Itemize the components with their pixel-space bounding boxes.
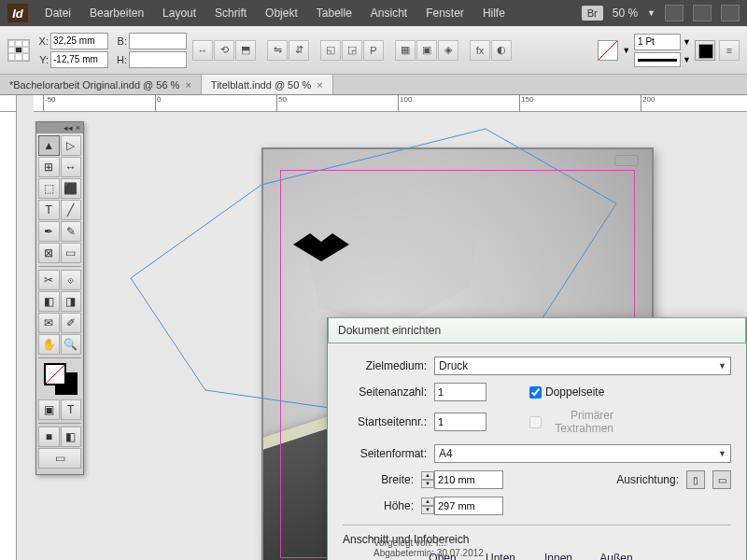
fit-content-icon[interactable]: ▣ [416, 40, 437, 61]
control-menu-icon[interactable]: ≡ [719, 40, 740, 61]
w-input[interactable] [129, 33, 187, 49]
fill-stroke-swatch[interactable] [38, 361, 81, 399]
selection-tool[interactable]: ▲ [38, 135, 60, 156]
primary-text-frame-checkbox[interactable]: Primärer Textrahmen [529, 409, 613, 435]
menu-datei[interactable]: Datei [37, 7, 78, 20]
close-icon[interactable]: × [185, 79, 190, 91]
tab-label: *Bachelorarbeit Original.indd @ 56 % [9, 79, 179, 91]
menu-bearbeiten[interactable]: Bearbeiten [82, 7, 151, 20]
y-input[interactable] [50, 51, 108, 68]
formatting-text-icon[interactable]: T [61, 399, 82, 420]
flip-icons: ⇋ ⇵ [267, 40, 309, 61]
apply-color-icon[interactable]: ■ [38, 427, 60, 447]
screen-mode-tool[interactable]: ▭ [38, 448, 81, 469]
select-content-icon[interactable]: ◲ [342, 40, 362, 61]
chevron-down-icon: ▼ [718, 361, 726, 371]
height-spinner[interactable]: ▲▼ [421, 497, 434, 514]
start-page-input[interactable] [434, 413, 486, 431]
shear-icon[interactable]: ⬒ [235, 40, 256, 61]
content-collector-tool[interactable]: ⬚ [38, 178, 60, 199]
fit-frame-icon[interactable]: ▦ [395, 40, 416, 61]
orientation-landscape[interactable]: ▭ [712, 470, 731, 489]
pen-tool[interactable]: ✒ [38, 221, 60, 242]
select-container-icon[interactable]: ◱ [320, 40, 341, 61]
fill-dropdown-icon[interactable]: ▼ [622, 46, 630, 55]
width-input[interactable] [434, 470, 503, 489]
close-icon[interactable]: × [317, 79, 322, 91]
pages-input[interactable] [434, 383, 486, 401]
pages-label: Seitenanzahl: [343, 385, 427, 399]
control-bar: X: Y: B: H: ↔ ⟲ ⬒ ⇋ ⇵ ◱ ◲ P ▦ ▣ ◈ fx ◐ ▼… [0, 26, 747, 75]
view-options-icon[interactable] [665, 5, 684, 21]
app-logo: Id [7, 4, 28, 22]
tools-panel-header[interactable]: ◂◂ × [36, 122, 83, 133]
formatting-container-icon[interactable]: ▣ [38, 399, 60, 420]
x-input[interactable] [50, 33, 108, 49]
menu-tabelle[interactable]: Tabelle [309, 7, 359, 20]
zoom-level[interactable]: 50 % [613, 7, 638, 20]
height-input[interactable] [434, 497, 503, 515]
intent-label: Zielmedium: [343, 359, 427, 372]
p-icon[interactable]: P [363, 40, 384, 61]
tab-bachelorarbeit[interactable]: *Bachelorarbeit Original.indd @ 56 % × [0, 75, 202, 94]
dialog-title[interactable]: Dokument einrichten [328, 317, 746, 343]
arrange-docs-icon[interactable] [721, 5, 740, 21]
flip-h-icon[interactable]: ⇋ [267, 40, 288, 61]
reference-point[interactable] [7, 39, 30, 62]
content-placer-tool[interactable]: ⬛ [61, 178, 82, 199]
tab-titelblatt[interactable]: Titelblatt.indd @ 50 % × [202, 75, 333, 94]
ruler-tick: 0 [155, 95, 161, 112]
menu-layout[interactable]: Layout [155, 7, 204, 20]
menu-schrift[interactable]: Schrift [207, 7, 254, 20]
ruler-tick: 50 [276, 95, 287, 112]
stroke-weight-input[interactable] [634, 34, 681, 50]
h-label: H: [114, 54, 127, 65]
stroke-style[interactable] [634, 52, 681, 67]
hand-tool[interactable]: ✋ [38, 334, 60, 355]
center-content-icon[interactable]: ◈ [438, 40, 458, 61]
eyedropper-tool[interactable]: ✐ [61, 313, 82, 333]
menu-objekt[interactable]: Objekt [258, 7, 305, 20]
h-input[interactable] [129, 51, 187, 68]
page-format-select[interactable]: A4▼ [434, 444, 731, 463]
zoom-tool[interactable]: 🔍 [61, 334, 82, 355]
flip-v-icon[interactable]: ⇵ [289, 40, 309, 61]
bridge-button[interactable]: Br [582, 6, 603, 21]
intent-select[interactable]: Druck▼ [434, 357, 731, 375]
menu-ansicht[interactable]: Ansicht [363, 7, 415, 20]
opacity-icon[interactable]: ◐ [491, 40, 512, 61]
facing-pages-checkbox[interactable]: Doppelseite [529, 385, 613, 399]
direct-selection-tool[interactable]: ▷ [61, 135, 82, 156]
menu-hilfe[interactable]: Hilfe [475, 7, 513, 20]
ruler-horizontal[interactable]: -50 0 50 100 150 200 250 [34, 95, 747, 112]
gradient-feather-tool[interactable]: ◨ [61, 291, 82, 312]
orientation-portrait[interactable]: ▯ [686, 470, 705, 489]
ruler-vertical[interactable] [0, 112, 17, 560]
menu-fenster[interactable]: Fenster [418, 7, 472, 20]
type-tool[interactable]: T [38, 200, 60, 220]
rotate-icon[interactable]: ⟲ [214, 40, 234, 61]
ruler-tick: 100 [398, 95, 412, 112]
drop-shadow-icon[interactable]: fx [470, 40, 490, 61]
width-label: Breite: [371, 473, 414, 486]
rectangle-tool[interactable]: ▭ [61, 243, 82, 263]
fill-swatch[interactable] [598, 40, 618, 61]
scissors-tool[interactable]: ✂ [38, 270, 60, 290]
gap-tool[interactable]: ↔ [61, 157, 82, 177]
line-tool[interactable]: ╱ [61, 200, 82, 220]
zoom-dropdown-icon[interactable]: ▼ [647, 8, 655, 18]
stroke-swatch[interactable] [695, 40, 715, 61]
pencil-tool[interactable]: ✎ [61, 221, 82, 242]
apply-gradient-icon[interactable]: ◧ [61, 427, 82, 447]
stroke-style-dropdown-icon[interactable]: ▼ [683, 55, 691, 64]
width-spinner[interactable]: ▲▼ [421, 471, 434, 488]
screen-mode-icon[interactable] [693, 5, 712, 21]
note-tool[interactable]: ✉ [38, 313, 60, 333]
rectangle-frame-tool[interactable]: ⊠ [38, 243, 60, 263]
free-transform-tool[interactable]: ⟐ [61, 270, 82, 290]
canvas[interactable]: ◂◂ × ▲ ▷ ⊞ ↔ ⬚ ⬛ T ╱ ✒ ✎ ⊠ ▭ ✂ ⟐ ◧ ◨ ✉ ✐… [0, 112, 747, 560]
gradient-swatch-tool[interactable]: ◧ [38, 291, 60, 312]
scale-x-icon[interactable]: ↔ [192, 40, 213, 61]
page-tool[interactable]: ⊞ [38, 157, 60, 177]
stroke-dropdown-icon[interactable]: ▼ [683, 37, 691, 47]
